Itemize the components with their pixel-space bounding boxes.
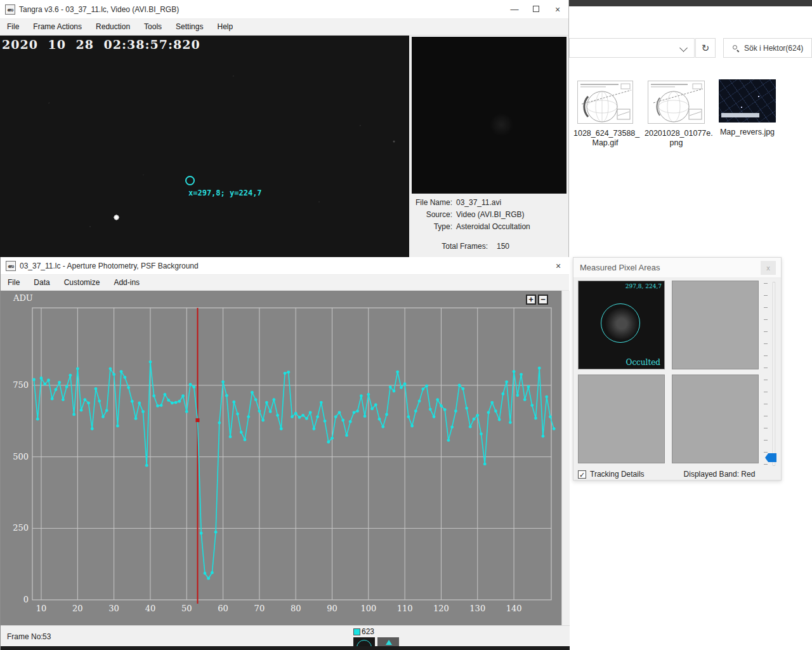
- panel-titlebar[interactable]: Measured Pixel Areas x: [573, 258, 781, 278]
- tangra-titlebar[interactable]: ஸ Tangra v3.6 - 03_37_11.lc, Video (AVI.…: [0, 0, 568, 19]
- aperture-coords-label: x=297,8; y=224,7: [188, 189, 262, 197]
- svg-text:500: 500: [13, 452, 29, 461]
- zoom-in-button[interactable]: +: [526, 295, 536, 305]
- tangra-logo-icon: ஸ: [6, 261, 16, 271]
- pixel-area-empty-3[interactable]: [672, 375, 759, 463]
- occulted-caption: Occulted: [626, 358, 660, 367]
- tracking-details-label: Tracking Details: [590, 470, 645, 479]
- panel-footer: ✓ Tracking Details Displayed Band: Red: [573, 467, 782, 481]
- aperture-circle-icon: [601, 303, 640, 343]
- menu-frame-actions[interactable]: Frame Actions: [26, 19, 89, 35]
- svg-text:0: 0: [23, 595, 29, 604]
- file-item[interactable]: Map_revers.jpg: [716, 79, 779, 137]
- maximize-button[interactable]: [525, 1, 547, 18]
- star-map-thumbnail: [719, 79, 776, 123]
- svg-text:ADU: ADU: [13, 293, 33, 303]
- legend-swatch-icon: [353, 628, 360, 635]
- search-input[interactable]: Sök i Hektor(624): [723, 38, 812, 58]
- menu-file[interactable]: File: [0, 19, 26, 35]
- photometry-window: ஸ 03_37_11.lc - Aperture Photometry, PSF…: [0, 257, 569, 650]
- menu-data[interactable]: Data: [27, 275, 56, 291]
- tangra-main-window: ஸ Tangra v3.6 - 03_37_11.lc, Video (AVI.…: [0, 0, 569, 260]
- frame-no-label: Frame No:: [7, 632, 43, 641]
- pixel-area-empty-2[interactable]: [578, 375, 665, 463]
- target-psf-thumbnail[interactable]: [353, 637, 375, 647]
- occultation-map-thumbnail: [648, 81, 705, 124]
- refresh-button[interactable]: ↻: [695, 38, 716, 58]
- svg-text:250: 250: [13, 523, 29, 533]
- svg-text:750: 750: [13, 380, 29, 390]
- close-button[interactable]: ×: [547, 1, 568, 18]
- window-bottom-edge: [1, 646, 570, 650]
- svg-text:80: 80: [291, 604, 301, 613]
- type-value: Asteroidal Occultation: [456, 222, 530, 231]
- menu-tools[interactable]: Tools: [137, 19, 169, 35]
- type-label: Type:: [412, 222, 452, 231]
- file-name-label: 1028_624_73588_ Map.gif: [573, 129, 637, 148]
- file-name-label: 20201028_01077e. png: [645, 129, 708, 148]
- svg-text:90: 90: [327, 604, 337, 613]
- aperture-marker-icon[interactable]: [185, 176, 195, 185]
- measured-pixel-areas-panel: Measured Pixel Areas x 297,8, 224,7 Occu…: [573, 257, 782, 481]
- total-frames-value: 150: [497, 242, 509, 251]
- photometry-titlebar[interactable]: ஸ 03_37_11.lc - Aperture Photometry, PSF…: [1, 257, 569, 275]
- svg-text:140: 140: [506, 604, 522, 613]
- close-button[interactable]: ×: [547, 257, 569, 275]
- window-title: Tangra v3.6 - 03_37_11.lc, Video (AVI.BI…: [19, 5, 504, 14]
- svg-text:40: 40: [145, 604, 156, 613]
- bright-star: [114, 215, 119, 220]
- side-splitter[interactable]: [561, 291, 570, 646]
- photometry-window-title: 03_37_11.lc - Aperture Photometry, PSF B…: [20, 262, 547, 270]
- source-value: Video (AVI.BI_RGB): [456, 210, 525, 219]
- light-curve-chart[interactable]: 0250500750102030405060708090100110120130…: [1, 291, 561, 625]
- light-curve-svg: 0250500750102030405060708090100110120130…: [1, 291, 561, 625]
- file-info-panel: File Name: 03_37_11.avi Source: Video (A…: [412, 198, 566, 251]
- menu-help[interactable]: Help: [210, 19, 240, 35]
- chart-legend: 623: [353, 627, 374, 636]
- menu-customize[interactable]: Customize: [57, 275, 107, 291]
- video-timestamp: 2020 10 28 02:38:57:820: [2, 37, 200, 51]
- zoom-out-button[interactable]: −: [538, 295, 548, 305]
- target-coords-label: 297,8, 224,7: [625, 283, 662, 289]
- svg-text:50: 50: [181, 604, 192, 613]
- desktop: ஸ Tangra v3.6 - 03_37_11.lc, Video (AVI.…: [0, 0, 812, 650]
- file-item[interactable]: 20201028_01077e. png: [645, 81, 708, 148]
- source-label: Source:: [412, 210, 452, 219]
- menu-add-ins[interactable]: Add-ins: [107, 275, 147, 291]
- svg-text:100: 100: [360, 604, 376, 613]
- search-placeholder: Sök i Hektor(624): [744, 44, 803, 53]
- displayed-band-label: Displayed Band: Red: [684, 470, 756, 479]
- address-bar[interactable]: [569, 38, 695, 58]
- svg-text:30: 30: [108, 604, 119, 613]
- svg-text:110: 110: [397, 604, 413, 613]
- tracking-details-checkbox[interactable]: ✓: [578, 470, 586, 479]
- frame-no-value: 53: [43, 632, 51, 641]
- menu-reduction[interactable]: Reduction: [89, 19, 137, 35]
- tangra-menubar: File Frame Actions Reduction Tools Setti…: [0, 19, 568, 36]
- svg-text:10: 10: [36, 604, 47, 613]
- frame-slider[interactable]: [773, 282, 775, 466]
- tangra-logo-icon: ஸ: [5, 4, 15, 15]
- file-item[interactable]: 1028_624_73588_ Map.gif: [573, 81, 637, 148]
- occultation-map-thumbnail: [577, 81, 633, 124]
- pixel-area-empty-1[interactable]: [672, 281, 759, 369]
- total-frames-label: Total Frames:: [412, 242, 488, 251]
- video-frame[interactable]: 2020 10 28 02:38:57:820 x=297,8; y=224,7: [0, 36, 409, 260]
- pixel-area-occulted[interactable]: 297,8, 224,7 Occulted: [578, 281, 665, 369]
- file-name-label: File Name:: [412, 198, 452, 207]
- panel-title: Measured Pixel Areas: [580, 263, 761, 272]
- svg-text:20: 20: [72, 604, 83, 613]
- maximize-icon: [533, 6, 539, 12]
- minimize-button[interactable]: —: [504, 1, 525, 18]
- svg-text:70: 70: [254, 604, 265, 613]
- zoomed-pixel-view: [412, 37, 566, 194]
- psf-peak-icon: [386, 640, 392, 645]
- menu-settings[interactable]: Settings: [169, 19, 210, 35]
- psf-model-thumbnail[interactable]: [377, 637, 399, 647]
- close-button[interactable]: x: [761, 261, 776, 275]
- photometry-menubar: File Data Customize Add-ins: [1, 275, 569, 291]
- faint-star: [393, 140, 395, 143]
- menu-file[interactable]: File: [1, 275, 27, 291]
- file-name-value: 03_37_11.avi: [456, 198, 501, 207]
- slider-tick-marks: [764, 283, 768, 465]
